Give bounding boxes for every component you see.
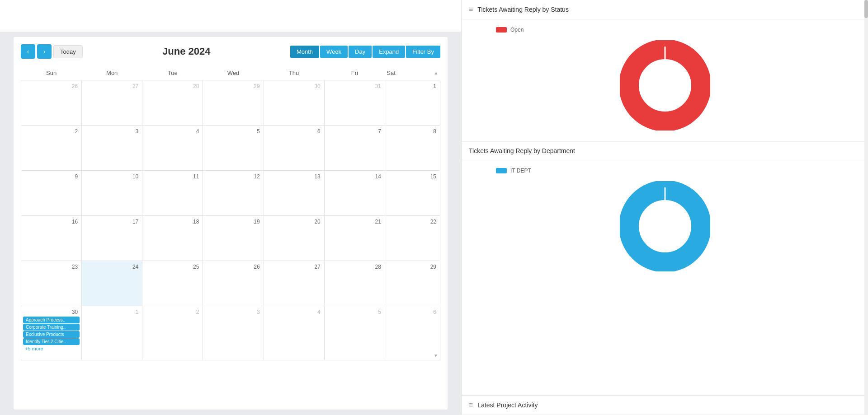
latest-activity-title: Latest Project Activity [477,401,538,409]
day-cell-jun22[interactable]: 22 [385,216,440,261]
day-cell-jun29[interactable]: 29 [385,261,440,306]
event-approach-process[interactable]: Approach Process.. [23,317,80,323]
day-cell-jun6[interactable]: 6 [264,126,324,171]
day-cell-jun21[interactable]: 21 [324,216,385,261]
next-month-button[interactable]: › [37,44,52,59]
legend-itdept: IT DEPT [496,168,531,174]
view-buttons: Month Week Day Expand Filter By [290,46,440,58]
calendar-container: ‹ › Today June 2024 Month Week Day Expan… [14,37,448,410]
day-cell-jun17[interactable]: 17 [82,216,142,261]
view-filterby-button[interactable]: Filter By [406,46,440,58]
day-cell-jun19[interactable]: 19 [203,216,264,261]
scroll-down-icon: ▼ [434,353,438,358]
more-events-link[interactable]: +5 more [23,345,80,352]
tickets-status-section-header: ≡ Tickets Awaiting Reply by Status [462,0,868,19]
tickets-dept-title: Tickets Awaiting Reply by Department [469,147,575,154]
day-cell-may26[interactable]: 26 [21,80,82,126]
day-cell-jul6[interactable]: 6 ▼ [385,306,440,360]
prev-month-button[interactable]: ‹ [21,44,35,59]
calendar-title: June 2024 [162,46,210,57]
status-donut-chart [620,40,710,131]
header-thu: Thu [264,66,324,80]
svg-point-4 [643,205,687,248]
week-row: 16 17 18 19 20 21 22 [21,216,440,261]
day-cell-jun4[interactable]: 4 [142,126,203,171]
day-cell-jun11[interactable]: 11 [142,171,203,216]
header-mon: Mon [82,66,142,80]
header-wed: Wed [203,66,264,80]
day-cell-may31[interactable]: 31 [324,80,385,126]
legend-itdept-label: IT DEPT [510,168,531,174]
legend-itdept-color [496,168,507,173]
legend-open: Open [496,27,524,33]
day-cell-jun25[interactable]: 25 [142,261,203,306]
calendar-grid: Sun Mon Tue Wed Thu Fri Sat ▲ 26 27 [21,66,440,360]
header-fri: Fri [324,66,385,80]
week-row: 9 10 11 12 13 14 15 [21,171,440,216]
event-identify-tier2[interactable]: Identify Tier-2 Citie.. [23,338,80,345]
day-cell-jun24-today[interactable]: 24 [82,261,142,306]
week-row: 30 Approach Process.. Corporate Training… [21,306,440,360]
tickets-dept-chart-area: IT DEPT [462,160,868,282]
svg-point-1 [643,64,687,107]
dept-donut-svg [620,181,710,271]
tickets-dept-section-header: Tickets Awaiting Reply by Department [462,141,868,160]
day-cell-jun26[interactable]: 26 [203,261,264,306]
day-cell-may29[interactable]: 29 [203,80,264,126]
header-sat: Sat ▲ [385,66,440,80]
day-cell-jun16[interactable]: 16 [21,216,82,261]
day-cell-jul5[interactable]: 5 [324,306,385,360]
scroll-up-icon: ▲ [434,70,439,75]
header-tue: Tue [142,66,203,80]
legend-open-color [496,27,507,33]
event-exclusive-products[interactable]: Exclusive Products [23,331,80,338]
day-cell-may27[interactable]: 27 [82,80,142,126]
top-white-area [0,0,461,32]
day-cell-jul2[interactable]: 2 [142,306,203,360]
day-cell-jun28[interactable]: 28 [324,261,385,306]
day-cell-jul1[interactable]: 1 [82,306,142,360]
view-expand-button[interactable]: Expand [373,46,405,58]
day-cell-jun23[interactable]: 23 [21,261,82,306]
day-cell-may30[interactable]: 30 [264,80,324,126]
scrollbar-track [864,0,868,415]
day-cell-jun15[interactable]: 15 [385,171,440,216]
header-sun: Sun [21,66,82,80]
week-row: 2 3 4 5 6 7 8 [21,126,440,171]
day-cell-jun8[interactable]: 8 [385,126,440,171]
day-cell-jul3[interactable]: 3 [203,306,264,360]
calendar-nav: ‹ › Today [21,44,83,59]
scrollbar-thumb[interactable] [864,0,868,18]
day-cell-jun10[interactable]: 10 [82,171,142,216]
tickets-status-chart-area: Open [462,19,868,141]
day-cell-jun1[interactable]: 1 [385,80,440,126]
day-cell-jun13[interactable]: 13 [264,171,324,216]
calendar-header: ‹ › Today June 2024 Month Week Day Expan… [21,44,440,59]
view-week-button[interactable]: Week [320,46,348,58]
tickets-status-title: Tickets Awaiting Reply by Status [477,6,569,13]
day-cell-jun5[interactable]: 5 [203,126,264,171]
day-cell-jun3[interactable]: 3 [82,126,142,171]
event-corporate-training[interactable]: Corporate Training.. [23,324,80,331]
day-cell-jul4[interactable]: 4 [264,306,324,360]
day-cell-jun7[interactable]: 7 [324,126,385,171]
day-cell-jun30[interactable]: 30 Approach Process.. Corporate Training… [21,306,82,360]
week-row: 26 27 28 29 30 31 1 [21,80,440,126]
day-cell-jun20[interactable]: 20 [264,216,324,261]
status-donut-svg [620,40,710,131]
latest-activity-section-header: ≡ Latest Project Activity [462,395,868,415]
view-month-button[interactable]: Month [290,46,319,58]
day-cell-jun12[interactable]: 12 [203,171,264,216]
day-cell-jun2[interactable]: 2 [21,126,82,171]
day-cell-jun14[interactable]: 14 [324,171,385,216]
legend-open-label: Open [510,27,524,33]
menu-icon-status: ≡ [469,5,473,14]
view-day-button[interactable]: Day [349,46,372,58]
today-button[interactable]: Today [53,45,83,58]
day-cell-jun27[interactable]: 27 [264,261,324,306]
dept-donut-chart [620,181,710,271]
left-panel: ‹ › Today June 2024 Month Week Day Expan… [0,0,461,415]
day-cell-jun18[interactable]: 18 [142,216,203,261]
day-cell-jun9[interactable]: 9 [21,171,82,216]
day-cell-may28[interactable]: 28 [142,80,203,126]
